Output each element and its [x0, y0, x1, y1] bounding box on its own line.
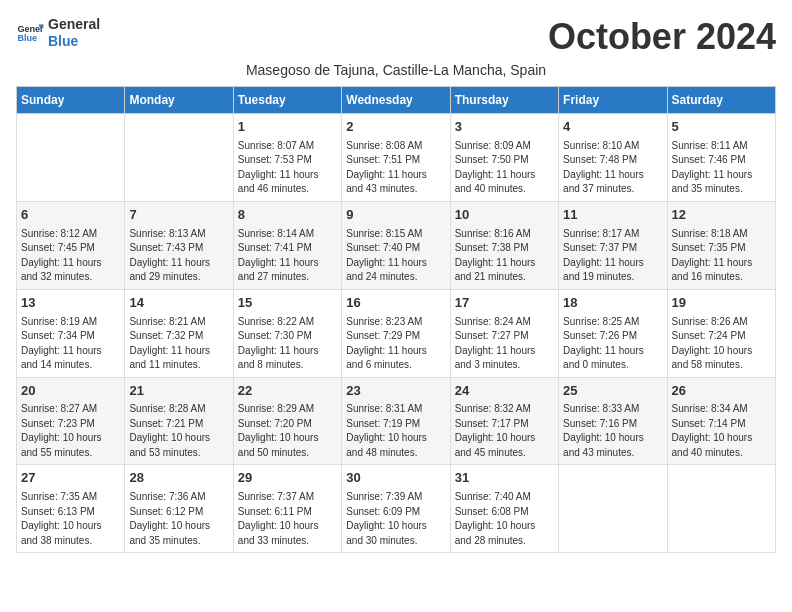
week-row-3: 13Sunrise: 8:19 AM Sunset: 7:34 PM Dayli… [17, 289, 776, 377]
calendar-cell: 31Sunrise: 7:40 AM Sunset: 6:08 PM Dayli… [450, 465, 558, 553]
calendar-cell: 17Sunrise: 8:24 AM Sunset: 7:27 PM Dayli… [450, 289, 558, 377]
calendar-cell: 30Sunrise: 7:39 AM Sunset: 6:09 PM Dayli… [342, 465, 450, 553]
day-info: Sunrise: 8:23 AM Sunset: 7:29 PM Dayligh… [346, 315, 445, 373]
day-info: Sunrise: 7:39 AM Sunset: 6:09 PM Dayligh… [346, 490, 445, 548]
calendar-cell: 27Sunrise: 7:35 AM Sunset: 6:13 PM Dayli… [17, 465, 125, 553]
day-number: 16 [346, 294, 445, 313]
day-info: Sunrise: 8:27 AM Sunset: 7:23 PM Dayligh… [21, 402, 120, 460]
day-number: 13 [21, 294, 120, 313]
day-info: Sunrise: 8:14 AM Sunset: 7:41 PM Dayligh… [238, 227, 337, 285]
calendar-cell: 29Sunrise: 7:37 AM Sunset: 6:11 PM Dayli… [233, 465, 341, 553]
week-row-5: 27Sunrise: 7:35 AM Sunset: 6:13 PM Dayli… [17, 465, 776, 553]
calendar-cell: 9Sunrise: 8:15 AM Sunset: 7:40 PM Daylig… [342, 201, 450, 289]
calendar-cell: 15Sunrise: 8:22 AM Sunset: 7:30 PM Dayli… [233, 289, 341, 377]
week-row-2: 6Sunrise: 8:12 AM Sunset: 7:45 PM Daylig… [17, 201, 776, 289]
day-number: 18 [563, 294, 662, 313]
day-number: 22 [238, 382, 337, 401]
calendar-cell: 16Sunrise: 8:23 AM Sunset: 7:29 PM Dayli… [342, 289, 450, 377]
day-number: 25 [563, 382, 662, 401]
month-title: October 2024 [548, 16, 776, 58]
header-day-thursday: Thursday [450, 87, 558, 114]
day-number: 15 [238, 294, 337, 313]
day-number: 21 [129, 382, 228, 401]
subtitle: Masegoso de Tajuna, Castille-La Mancha, … [16, 62, 776, 78]
day-info: Sunrise: 8:07 AM Sunset: 7:53 PM Dayligh… [238, 139, 337, 197]
calendar-cell: 24Sunrise: 8:32 AM Sunset: 7:17 PM Dayli… [450, 377, 558, 465]
day-number: 11 [563, 206, 662, 225]
day-info: Sunrise: 8:16 AM Sunset: 7:38 PM Dayligh… [455, 227, 554, 285]
day-info: Sunrise: 8:24 AM Sunset: 7:27 PM Dayligh… [455, 315, 554, 373]
day-number: 24 [455, 382, 554, 401]
day-number: 5 [672, 118, 771, 137]
header-row: SundayMondayTuesdayWednesdayThursdayFrid… [17, 87, 776, 114]
calendar-table: SundayMondayTuesdayWednesdayThursdayFrid… [16, 86, 776, 553]
calendar-cell: 26Sunrise: 8:34 AM Sunset: 7:14 PM Dayli… [667, 377, 775, 465]
day-number: 7 [129, 206, 228, 225]
calendar-cell: 2Sunrise: 8:08 AM Sunset: 7:51 PM Daylig… [342, 114, 450, 202]
header-day-tuesday: Tuesday [233, 87, 341, 114]
calendar-cell: 22Sunrise: 8:29 AM Sunset: 7:20 PM Dayli… [233, 377, 341, 465]
day-info: Sunrise: 8:29 AM Sunset: 7:20 PM Dayligh… [238, 402, 337, 460]
calendar-cell: 12Sunrise: 8:18 AM Sunset: 7:35 PM Dayli… [667, 201, 775, 289]
calendar-cell: 13Sunrise: 8:19 AM Sunset: 7:34 PM Dayli… [17, 289, 125, 377]
day-number: 29 [238, 469, 337, 488]
day-info: Sunrise: 8:21 AM Sunset: 7:32 PM Dayligh… [129, 315, 228, 373]
day-number: 3 [455, 118, 554, 137]
day-number: 28 [129, 469, 228, 488]
calendar-header: SundayMondayTuesdayWednesdayThursdayFrid… [17, 87, 776, 114]
calendar-cell: 6Sunrise: 8:12 AM Sunset: 7:45 PM Daylig… [17, 201, 125, 289]
day-info: Sunrise: 7:35 AM Sunset: 6:13 PM Dayligh… [21, 490, 120, 548]
day-info: Sunrise: 7:37 AM Sunset: 6:11 PM Dayligh… [238, 490, 337, 548]
calendar-cell [125, 114, 233, 202]
day-number: 27 [21, 469, 120, 488]
day-number: 26 [672, 382, 771, 401]
day-number: 2 [346, 118, 445, 137]
header: General Blue General Blue October 2024 [16, 16, 776, 58]
calendar-body: 1Sunrise: 8:07 AM Sunset: 7:53 PM Daylig… [17, 114, 776, 553]
day-number: 14 [129, 294, 228, 313]
day-info: Sunrise: 8:15 AM Sunset: 7:40 PM Dayligh… [346, 227, 445, 285]
calendar-cell: 8Sunrise: 8:14 AM Sunset: 7:41 PM Daylig… [233, 201, 341, 289]
logo: General Blue General Blue [16, 16, 100, 50]
calendar-cell: 5Sunrise: 8:11 AM Sunset: 7:46 PM Daylig… [667, 114, 775, 202]
day-info: Sunrise: 7:36 AM Sunset: 6:12 PM Dayligh… [129, 490, 228, 548]
day-info: Sunrise: 8:31 AM Sunset: 7:19 PM Dayligh… [346, 402, 445, 460]
header-day-wednesday: Wednesday [342, 87, 450, 114]
day-info: Sunrise: 8:25 AM Sunset: 7:26 PM Dayligh… [563, 315, 662, 373]
day-info: Sunrise: 8:26 AM Sunset: 7:24 PM Dayligh… [672, 315, 771, 373]
calendar-cell: 28Sunrise: 7:36 AM Sunset: 6:12 PM Dayli… [125, 465, 233, 553]
header-day-sunday: Sunday [17, 87, 125, 114]
day-info: Sunrise: 8:17 AM Sunset: 7:37 PM Dayligh… [563, 227, 662, 285]
day-info: Sunrise: 8:32 AM Sunset: 7:17 PM Dayligh… [455, 402, 554, 460]
calendar-cell: 4Sunrise: 8:10 AM Sunset: 7:48 PM Daylig… [559, 114, 667, 202]
day-number: 17 [455, 294, 554, 313]
day-info: Sunrise: 8:10 AM Sunset: 7:48 PM Dayligh… [563, 139, 662, 197]
day-number: 20 [21, 382, 120, 401]
day-number: 31 [455, 469, 554, 488]
calendar-cell: 14Sunrise: 8:21 AM Sunset: 7:32 PM Dayli… [125, 289, 233, 377]
day-info: Sunrise: 8:22 AM Sunset: 7:30 PM Dayligh… [238, 315, 337, 373]
header-day-monday: Monday [125, 87, 233, 114]
day-number: 1 [238, 118, 337, 137]
day-number: 8 [238, 206, 337, 225]
day-info: Sunrise: 8:34 AM Sunset: 7:14 PM Dayligh… [672, 402, 771, 460]
header-day-saturday: Saturday [667, 87, 775, 114]
header-day-friday: Friday [559, 87, 667, 114]
day-number: 10 [455, 206, 554, 225]
calendar-cell: 10Sunrise: 8:16 AM Sunset: 7:38 PM Dayli… [450, 201, 558, 289]
logo-line2: Blue [48, 33, 100, 50]
calendar-cell: 18Sunrise: 8:25 AM Sunset: 7:26 PM Dayli… [559, 289, 667, 377]
day-info: Sunrise: 8:12 AM Sunset: 7:45 PM Dayligh… [21, 227, 120, 285]
calendar-cell [559, 465, 667, 553]
calendar-cell [17, 114, 125, 202]
calendar-cell: 23Sunrise: 8:31 AM Sunset: 7:19 PM Dayli… [342, 377, 450, 465]
calendar-cell: 3Sunrise: 8:09 AM Sunset: 7:50 PM Daylig… [450, 114, 558, 202]
calendar-cell: 19Sunrise: 8:26 AM Sunset: 7:24 PM Dayli… [667, 289, 775, 377]
day-number: 30 [346, 469, 445, 488]
day-info: Sunrise: 8:33 AM Sunset: 7:16 PM Dayligh… [563, 402, 662, 460]
day-info: Sunrise: 8:08 AM Sunset: 7:51 PM Dayligh… [346, 139, 445, 197]
day-info: Sunrise: 8:18 AM Sunset: 7:35 PM Dayligh… [672, 227, 771, 285]
calendar-cell: 7Sunrise: 8:13 AM Sunset: 7:43 PM Daylig… [125, 201, 233, 289]
calendar-cell: 21Sunrise: 8:28 AM Sunset: 7:21 PM Dayli… [125, 377, 233, 465]
day-info: Sunrise: 8:13 AM Sunset: 7:43 PM Dayligh… [129, 227, 228, 285]
